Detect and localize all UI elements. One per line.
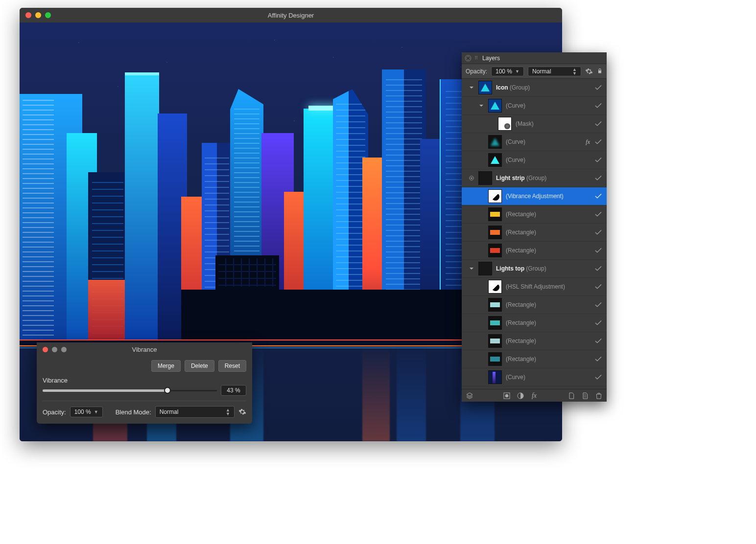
panel-close-button[interactable]	[465, 55, 472, 62]
svg-point-2	[505, 394, 509, 397]
visibility-toggle[interactable]	[594, 210, 603, 219]
panel-tab-layers[interactable]: Layers	[482, 55, 500, 62]
delete-button[interactable]: Delete	[185, 360, 214, 372]
dialog-titlebar[interactable]: Vibrance	[37, 342, 252, 356]
layer-thumbnail	[488, 352, 502, 366]
dialog-minimize-button[interactable]	[52, 347, 57, 352]
merge-button[interactable]: Merge	[151, 360, 181, 372]
layer-thumbnail	[488, 316, 502, 330]
zoom-window-button[interactable]	[45, 12, 51, 18]
layer-row[interactable]: Light strip (Group)	[462, 169, 607, 187]
visibility-toggle[interactable]	[594, 373, 603, 382]
visibility-toggle[interactable]	[594, 264, 603, 273]
layer-row[interactable]: (Curve)	[462, 368, 607, 386]
layer-row[interactable]: (Curve)fx	[462, 133, 607, 151]
titlebar[interactable]: Affinity Designer	[20, 8, 562, 23]
artwork-foreground	[215, 255, 279, 290]
gear-icon[interactable]	[238, 408, 246, 416]
layer-name: (Curve)	[506, 374, 590, 381]
fx-badge: fx	[586, 138, 590, 146]
layer-thumbnail	[488, 370, 502, 384]
disclosure-toggle	[478, 302, 484, 308]
layer-row[interactable]: (Rectangle)	[462, 224, 607, 242]
layer-row[interactable]: Icon (Group)	[462, 79, 607, 97]
layers-stack-icon[interactable]	[466, 392, 473, 400]
vibrance-value[interactable]: 43 %	[221, 385, 246, 396]
layer-name: (Rectangle)	[506, 356, 590, 363]
layer-row[interactable]: (Rectangle)	[462, 205, 607, 224]
visibility-toggle[interactable]	[594, 119, 603, 128]
visibility-toggle[interactable]	[594, 355, 603, 363]
visibility-toggle[interactable]	[594, 282, 603, 291]
panel-grip-icon[interactable]: ⠿	[474, 55, 478, 61]
visibility-toggle[interactable]	[594, 318, 603, 327]
panel-tabbar[interactable]: ⠿ Layers	[462, 52, 607, 64]
fx-icon[interactable]: fx	[530, 392, 538, 400]
layer-row[interactable]: (HSL Shift Adjustment)	[462, 278, 607, 296]
adjustment-icon[interactable]	[517, 392, 524, 400]
visibility-toggle[interactable]	[594, 300, 603, 309]
layer-name: (Rectangle)	[506, 229, 590, 236]
panel-opacity-label: Opacity:	[466, 68, 487, 75]
layer-row[interactable]: Lights top (Group)	[462, 260, 607, 278]
disclosure-toggle	[478, 211, 484, 217]
dialog-opacity-dropdown[interactable]: 100 %▼	[70, 407, 103, 417]
layer-thumbnail	[488, 99, 502, 113]
disclosure-toggle[interactable]	[469, 266, 474, 272]
visibility-toggle[interactable]	[594, 228, 603, 237]
layer-row[interactable]: (Rectangle)	[462, 332, 607, 350]
layer-row[interactable]: (Rectangle)	[462, 350, 607, 368]
visibility-toggle[interactable]	[594, 101, 603, 110]
visibility-toggle[interactable]	[594, 246, 603, 255]
disclosure-toggle	[478, 157, 484, 163]
dialog-blend-dropdown[interactable]: Normal ▲▼	[155, 406, 235, 418]
reset-button[interactable]: Reset	[218, 360, 246, 372]
new-pixel-layer-icon[interactable]	[581, 392, 589, 400]
layer-name: Light strip (Group)	[496, 175, 590, 181]
panel-footer: fx	[462, 389, 607, 402]
layer-row[interactable]: (Rectangle)	[462, 314, 607, 332]
dialog-blend-label: Blend Mode:	[116, 408, 151, 416]
vibrance-dialog[interactable]: Vibrance Merge Delete Reset Vibrance 43 …	[37, 342, 252, 424]
panel-blend-dropdown[interactable]: Normal ▲▼	[528, 67, 581, 76]
layer-row[interactable]: (Rectangle)	[462, 296, 607, 314]
disclosure-toggle[interactable]	[469, 175, 474, 181]
disclosure-toggle	[488, 121, 494, 127]
disclosure-toggle[interactable]	[469, 85, 474, 91]
visibility-toggle[interactable]	[594, 137, 603, 146]
gear-icon[interactable]	[585, 68, 593, 75]
new-layer-icon[interactable]	[567, 392, 575, 400]
close-window-button[interactable]	[25, 12, 31, 18]
layer-name: (Rectangle)	[506, 211, 590, 218]
visibility-toggle[interactable]	[594, 337, 603, 345]
layers-panel[interactable]: ⠿ Layers Opacity: 100 %▼ Normal ▲▼ Icon …	[462, 52, 607, 402]
layer-row[interactable]: (Curve)	[462, 97, 607, 115]
layer-thumbnail	[488, 207, 502, 221]
mask-icon[interactable]	[503, 392, 511, 400]
layers-list[interactable]: Icon (Group)(Curve)(Mask)(Curve)fx(Curve…	[462, 79, 607, 389]
layer-name: (HSL Shift Adjustment)	[506, 283, 590, 290]
layer-thumbnail	[488, 135, 502, 149]
layer-name: (Mask)	[516, 120, 590, 127]
trash-icon[interactable]	[595, 392, 603, 400]
stepper-icon: ▲▼	[226, 408, 230, 416]
layer-thumbnail	[488, 189, 502, 203]
visibility-toggle[interactable]	[594, 192, 603, 201]
layer-row[interactable]: (Curve)	[462, 151, 607, 169]
vibrance-slider[interactable]: 43 %	[43, 387, 246, 394]
layer-thumbnail	[488, 280, 502, 294]
disclosure-toggle[interactable]	[478, 103, 484, 109]
layer-row[interactable]: (Mask)	[462, 115, 607, 133]
visibility-toggle[interactable]	[594, 156, 603, 164]
lock-icon[interactable]	[597, 68, 603, 75]
dialog-close-button[interactable]	[43, 347, 48, 352]
visibility-toggle[interactable]	[594, 174, 603, 182]
dialog-zoom-button[interactable]	[61, 347, 67, 352]
layer-row[interactable]: (Rectangle)	[462, 242, 607, 260]
layer-row[interactable]: (Vibrance Adjustment)	[462, 187, 607, 205]
panel-opacity-dropdown[interactable]: 100 %▼	[491, 67, 524, 76]
layer-thumbnail	[488, 226, 502, 239]
visibility-toggle[interactable]	[594, 83, 603, 92]
minimize-window-button[interactable]	[35, 12, 41, 18]
layer-name: (Rectangle)	[506, 319, 590, 326]
